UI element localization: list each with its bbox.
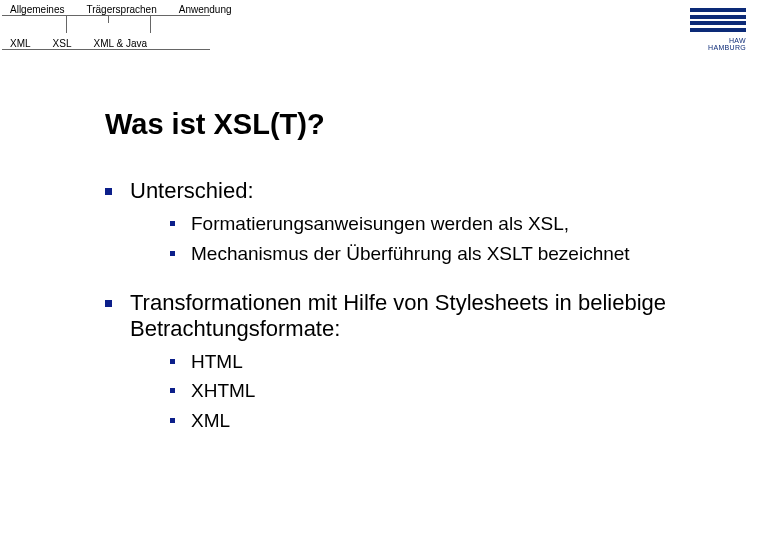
list-item: Formatierungsanweisungen werden als XSL, <box>170 212 750 236</box>
list-item: Transformationen mit Hilfe von Styleshee… <box>105 290 750 433</box>
nav-tick <box>108 15 109 23</box>
sub-bullet-text: XHTML <box>191 379 255 403</box>
logo-haw-hamburg: HAW HAMBURG <box>690 8 746 56</box>
list-item: Mechanismus der Überführung als XSLT bez… <box>170 242 750 266</box>
logo-bars-icon <box>690 8 746 32</box>
header: Allgemeines Trägersprachen Anwendung XML… <box>0 0 780 58</box>
list-item: XHTML <box>170 379 750 403</box>
sub-bullet-text: XML <box>191 409 230 433</box>
nav-underline-1 <box>2 15 210 16</box>
bullet-icon <box>105 188 112 195</box>
bullet-icon <box>170 251 175 256</box>
list-item: Unterschied: Formatierungsanweisungen we… <box>105 178 750 266</box>
logo-text: HAW HAMBURG <box>690 37 746 51</box>
sub-bullet-text: HTML <box>191 350 243 374</box>
list-item: HTML <box>170 350 750 374</box>
bullet-icon <box>170 359 175 364</box>
nav-underline-2 <box>2 49 210 50</box>
page-title: Was ist XSL(T)? <box>105 108 325 141</box>
bullet-text: Transformationen mit Hilfe von Styleshee… <box>130 290 750 342</box>
list-item: XML <box>170 409 750 433</box>
sub-bullet-text: Mechanismus der Überführung als XSLT bez… <box>191 242 630 266</box>
nav-tick <box>150 15 151 33</box>
bullet-icon <box>170 418 175 423</box>
bullet-text: Unterschied: <box>130 178 750 204</box>
content: Unterschied: Formatierungsanweisungen we… <box>105 160 750 433</box>
nav-tick <box>66 15 67 33</box>
bullet-icon <box>170 388 175 393</box>
sub-bullet-text: Formatierungsanweisungen werden als XSL, <box>191 212 569 236</box>
bullet-icon <box>105 300 112 307</box>
bullet-icon <box>170 221 175 226</box>
